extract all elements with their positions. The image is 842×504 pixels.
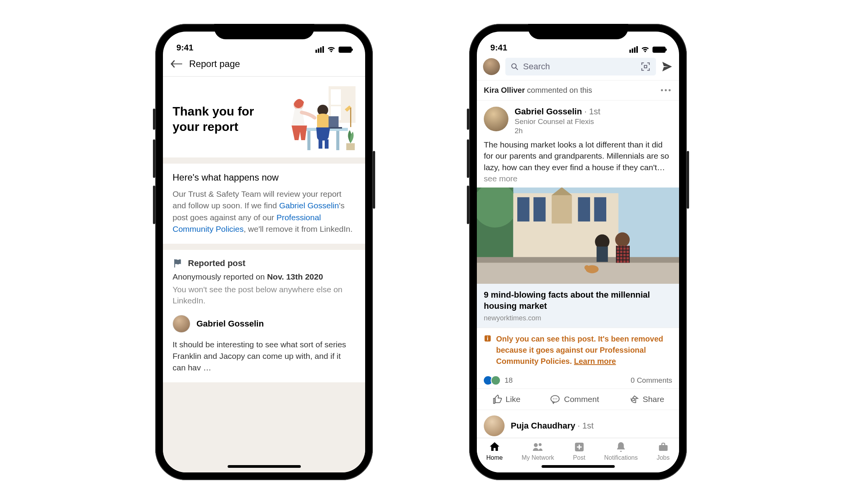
phone-screen-report: 9:41 Report page Thank you for your repo… (163, 32, 365, 472)
tab-notifications[interactable]: Notifications (604, 441, 638, 461)
author-headline: Senior Counsel at Flexis (515, 117, 600, 126)
tab-label: Post (573, 454, 585, 461)
context-action: commented on this (525, 86, 592, 94)
thankyou-section: Thank you for your report (163, 77, 365, 157)
see-more-link[interactable]: see more (484, 174, 518, 183)
share-icon (629, 394, 639, 404)
tab-jobs[interactable]: Jobs (657, 441, 670, 461)
author-avatar[interactable] (484, 107, 508, 131)
author-name-line[interactable]: Gabriel Gosselin · 1st (515, 107, 600, 117)
tab-label: My Network (522, 454, 554, 461)
svg-rect-4 (307, 131, 310, 150)
post-context-row: Kira Olliver commented on this ••• (477, 80, 679, 100)
share-label: Share (642, 395, 664, 404)
comment-count[interactable]: 0 Comments (631, 376, 672, 385)
tab-home[interactable]: Home (486, 441, 503, 461)
phone-frame-left: 9:41 Report page Thank you for your repo… (155, 24, 373, 480)
reactions-row: 18 0 Comments (477, 372, 679, 389)
svg-rect-32 (616, 246, 630, 263)
post-text: The housing market looks a lot different… (484, 140, 669, 172)
reported-date: Nov. 13th 2020 (267, 272, 323, 281)
status-icons (315, 46, 352, 53)
post-image[interactable] (477, 188, 679, 284)
share-button[interactable]: Share (629, 394, 664, 404)
reported-hint: You won't see the post below anywhere el… (173, 284, 356, 306)
author-avatar[interactable] (484, 415, 505, 436)
like-label: Like (506, 395, 521, 404)
svg-point-43 (556, 399, 557, 399)
author-name: Puja Chaudhary (511, 421, 575, 430)
tab-post[interactable]: Post (573, 441, 585, 461)
svg-rect-5 (336, 131, 339, 150)
author-name-line[interactable]: Puja Chaudhary · 1st (511, 421, 594, 431)
svg-rect-22 (552, 195, 572, 224)
battery-icon (339, 47, 352, 53)
comment-button[interactable]: Comment (550, 394, 599, 404)
comment-icon (550, 394, 560, 404)
learn-more-link[interactable]: Learn more (574, 357, 616, 365)
svg-point-37 (584, 265, 589, 270)
back-arrow-icon[interactable] (171, 60, 182, 68)
article-card[interactable]: 9 mind-blowing facts about the millennia… (477, 284, 679, 328)
status-bar: 9:41 (477, 32, 679, 55)
svg-point-45 (539, 443, 542, 446)
like-reaction-icon (484, 376, 492, 385)
happens-post: , we'll remove it from LinkedIn. (243, 224, 352, 233)
post-actions: Like Comment Share (477, 389, 679, 410)
bell-icon (615, 441, 627, 453)
connection-degree: · 1st (575, 421, 594, 430)
svg-rect-25 (594, 197, 607, 221)
briefcase-icon (657, 441, 669, 453)
svg-text:i: i (487, 335, 488, 342)
svg-rect-27 (477, 257, 679, 263)
reaction-count: 18 (505, 376, 513, 385)
post-header: Gabriel Gosselin · 1st Senior Counsel at… (477, 100, 679, 139)
reaction-icons[interactable]: 18 (484, 376, 513, 385)
svg-point-44 (534, 443, 538, 447)
svg-rect-21 (533, 197, 546, 221)
tab-label: Home (486, 454, 503, 461)
like-button[interactable]: Like (492, 394, 521, 404)
search-icon (511, 63, 518, 70)
connection-degree: · 1st (582, 107, 600, 116)
reported-user-name: Gabriel Gosselin (196, 319, 264, 329)
svg-rect-20 (517, 197, 530, 221)
comment-label: Comment (564, 395, 599, 404)
svg-rect-1 (331, 89, 341, 105)
svg-rect-10 (319, 139, 322, 149)
like-icon (492, 394, 502, 404)
tab-network[interactable]: My Network (522, 441, 554, 461)
thankyou-heading: Thank you for your report (173, 104, 278, 134)
happens-body: Our Trust & Safety Team will review your… (173, 188, 356, 235)
feed-header: Search (477, 55, 679, 80)
home-indicator[interactable] (228, 465, 301, 468)
context-name[interactable]: Kira Olliver (484, 86, 525, 94)
profile-avatar[interactable] (483, 58, 500, 75)
phone-frame-right: 9:41 Search Kira Olliver commented on t (469, 24, 687, 480)
messages-icon[interactable] (661, 61, 673, 72)
home-indicator[interactable] (542, 465, 615, 468)
post-options-icon[interactable]: ••• (661, 86, 672, 95)
flag-icon (173, 258, 183, 268)
reported-excerpt: It should be interesting to see what sor… (173, 339, 356, 374)
svg-point-42 (555, 399, 555, 399)
nav-title: Report page (189, 59, 240, 69)
svg-rect-11 (325, 139, 329, 149)
svg-line-15 (516, 68, 518, 70)
svg-rect-26 (477, 262, 679, 284)
svg-point-41 (553, 399, 554, 399)
qr-scan-icon[interactable] (641, 62, 651, 72)
battery-icon (652, 47, 666, 53)
happens-section: Here's what happens now Our Trust & Safe… (163, 164, 365, 244)
svg-rect-13 (346, 143, 355, 150)
svg-point-30 (615, 232, 630, 247)
status-bar: 9:41 (163, 32, 365, 55)
svg-rect-47 (659, 445, 668, 451)
search-input[interactable]: Search (505, 58, 656, 75)
happens-user-link[interactable]: Gabriel Gosselin (279, 201, 339, 210)
section-divider (163, 157, 365, 164)
wifi-icon (641, 47, 649, 53)
happens-heading: Here's what happens now (173, 172, 356, 183)
phone-screen-feed: 9:41 Search Kira Olliver commented on t (477, 32, 679, 472)
avatar (173, 315, 190, 333)
